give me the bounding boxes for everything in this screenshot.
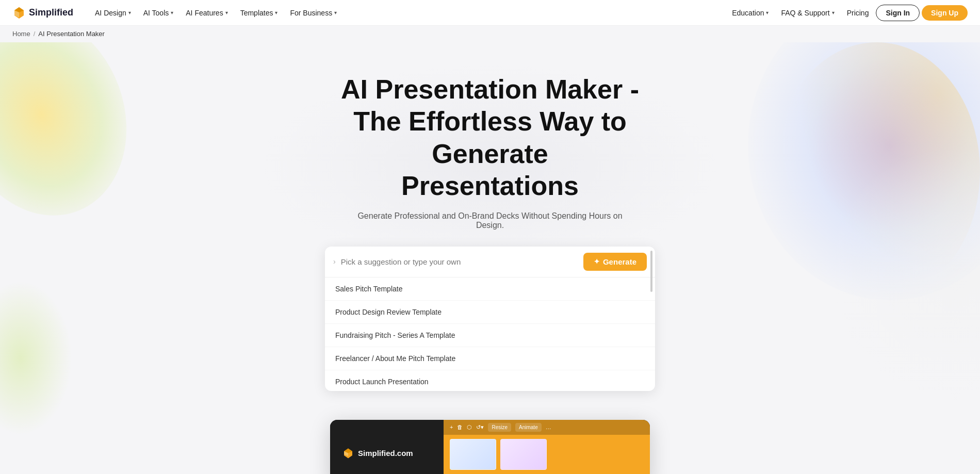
breadcrumb-current: AI Presentation Maker [38, 30, 105, 38]
preview-right-panel: + 🗑 ⬡ ↺▾ Resize Animate … [444, 420, 650, 474]
chevron-down-icon: ▾ [832, 10, 835, 15]
generate-button[interactable]: ✦ Generate [583, 253, 647, 271]
expand-icon[interactable]: › [333, 257, 336, 266]
hero-section: AI Presentation Maker - The Effortless W… [0, 42, 980, 474]
suggestion-item[interactable]: Product Design Review Template [325, 301, 655, 324]
preview-logo-icon [342, 448, 354, 459]
scroll-thumb[interactable] [650, 251, 652, 292]
suggestions-list: Sales Pitch Template Product Design Revi… [325, 277, 655, 391]
suggestion-item[interactable]: Freelancer / About Me Pitch Template [325, 347, 655, 370]
chevron-down-icon: ▾ [766, 10, 769, 15]
nav-pricing[interactable]: Pricing [842, 6, 874, 20]
preview-left-panel: Simplified.com [330, 420, 444, 474]
nav-left-items: AI Design ▾ AI Tools ▾ AI Features ▾ Tem… [90, 6, 727, 20]
chevron-down-icon: ▾ [334, 10, 337, 15]
breadcrumb: Home / AI Presentation Maker [0, 26, 980, 42]
preview-card: Simplified.com + 🗑 ⬡ ↺▾ Resize Animate … [330, 420, 650, 474]
preview-slide-1 [450, 439, 496, 470]
nav-right-items: Education ▾ FAQ & Support ▾ Pricing Sign… [727, 5, 968, 21]
suggestion-item[interactable]: Sales Pitch Template [325, 277, 655, 301]
chevron-down-icon: ▾ [275, 10, 277, 15]
nav-ai-tools[interactable]: AI Tools ▾ [138, 6, 179, 20]
main-content: AI Presentation Maker - The Effortless W… [0, 42, 980, 474]
nav-ai-features[interactable]: AI Features ▾ [181, 6, 233, 20]
nav-templates[interactable]: Templates ▾ [235, 6, 283, 20]
chevron-down-icon: ▾ [225, 10, 228, 15]
signin-button[interactable]: Sign In [876, 5, 920, 21]
signup-button[interactable]: Sign Up [922, 5, 968, 21]
chevron-down-icon: ▾ [171, 10, 173, 15]
animate-button[interactable]: Animate [515, 423, 542, 432]
preview-toolbar: + 🗑 ⬡ ↺▾ Resize Animate … [444, 420, 650, 435]
logo-text: Simplified [29, 7, 73, 18]
breadcrumb-separator: / [34, 30, 36, 38]
hero-subtitle: Generate Professional and On-Brand Decks… [346, 211, 634, 230]
search-top-bar: › ✦ Generate [325, 247, 655, 277]
resize-button[interactable]: Resize [488, 423, 511, 432]
preview-slide-2 [500, 439, 547, 470]
breadcrumb-home[interactable]: Home [12, 30, 30, 38]
search-box: › ✦ Generate Sales Pitch Template Produc… [325, 247, 655, 391]
nav-for-business[interactable]: For Business ▾ [285, 6, 342, 20]
preview-logo-row: Simplified.com [342, 448, 431, 459]
preview-inner: Simplified.com + 🗑 ⬡ ↺▾ Resize Animate … [330, 420, 650, 474]
logo-icon [12, 6, 26, 20]
nav-ai-design[interactable]: AI Design ▾ [90, 6, 136, 20]
hero-title: AI Presentation Maker - The Effortless W… [309, 73, 671, 202]
search-input[interactable] [341, 257, 578, 266]
nav-faq-support[interactable]: FAQ & Support ▾ [776, 6, 839, 20]
scroll-track[interactable] [650, 247, 653, 391]
preview-canvas [444, 435, 650, 474]
suggestion-item[interactable]: Fundraising Pitch - Series A Template [325, 324, 655, 347]
preview-logo-text: Simplified.com [358, 449, 413, 457]
nav-education[interactable]: Education ▾ [727, 6, 774, 20]
chevron-down-icon: ▾ [128, 10, 131, 15]
suggestion-item[interactable]: Product Launch Presentation [325, 370, 655, 391]
logo-link[interactable]: Simplified [12, 6, 73, 20]
generate-icon: ✦ [594, 257, 600, 266]
navbar: Simplified AI Design ▾ AI Tools ▾ AI Fea… [0, 0, 980, 26]
